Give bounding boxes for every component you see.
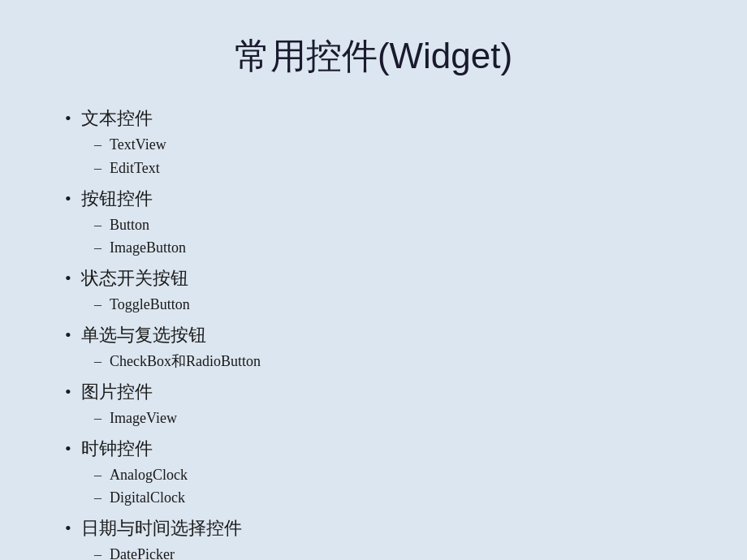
main-list-item: •文本控件–TextView–EditText	[65, 105, 698, 180]
bullet-dot: •	[65, 105, 71, 131]
bullet-label: 时钟控件	[81, 435, 153, 462]
sub-list-item: –DigitalClock	[94, 486, 698, 510]
sub-list-item: –TextView	[94, 133, 698, 157]
sub-label: DatePicker	[110, 543, 175, 560]
bullet-item: •按钮控件	[65, 185, 698, 212]
sub-list-item: –AnalogClock	[94, 463, 698, 487]
title-area: 常用控件(Widget)	[49, 32, 698, 80]
bullet-label: 状态开关按钮	[81, 265, 188, 291]
sub-list-item: –ToggleButton	[94, 293, 698, 317]
main-list-item: •日期与时间选择控件–DatePicker–TimePicker	[65, 515, 698, 560]
bullet-item: •单选与复选按钮	[65, 321, 698, 348]
sub-list: –Button–ImageButton	[94, 213, 698, 261]
sub-dash: –	[94, 350, 101, 373]
sub-label: Button	[110, 213, 149, 237]
sub-label: CheckBox和RadioButton	[110, 350, 261, 373]
sub-list: –TextView–EditText	[94, 133, 698, 180]
bullet-item: •日期与时间选择控件	[65, 515, 698, 541]
sub-label: TextView	[110, 133, 166, 157]
sub-list: –DatePicker–TimePicker	[94, 543, 698, 560]
bullet-label: 按钮控件	[81, 185, 153, 212]
main-list-item: •状态开关按钮–ToggleButton	[65, 265, 698, 317]
bullet-dot: •	[65, 185, 71, 212]
sub-dash: –	[94, 157, 101, 180]
sub-list: –ImageView	[94, 407, 698, 430]
bullet-dot: •	[65, 265, 71, 291]
sub-list: –AnalogClock–DigitalClock	[94, 463, 698, 510]
content-area: •文本控件–TextView–EditText•按钮控件–Button–Imag…	[49, 105, 698, 560]
bullet-dot: •	[65, 378, 71, 405]
main-list-item: •时钟控件–AnalogClock–DigitalClock	[65, 435, 698, 510]
sub-list: –ToggleButton	[94, 293, 698, 317]
sub-dash: –	[94, 463, 101, 487]
slide: 常用控件(Widget) •文本控件–TextView–EditText•按钮控…	[0, 0, 747, 560]
sub-list-item: –CheckBox和RadioButton	[94, 350, 698, 373]
sub-label: DigitalClock	[110, 486, 185, 510]
sub-dash: –	[94, 293, 101, 317]
bullet-dot: •	[65, 321, 71, 348]
bullet-dot: •	[65, 515, 71, 541]
sub-dash: –	[94, 236, 101, 260]
bullet-item: •时钟控件	[65, 435, 698, 462]
sub-label: ImageView	[110, 407, 177, 430]
sub-list-item: –Button	[94, 213, 698, 237]
main-list-item: •图片控件–ImageView	[65, 378, 698, 430]
bullet-label: 文本控件	[81, 105, 153, 131]
bullet-label: 日期与时间选择控件	[81, 515, 242, 541]
sub-list-item: –DatePicker	[94, 543, 698, 560]
main-list-item: •按钮控件–Button–ImageButton	[65, 185, 698, 261]
bullet-item: •图片控件	[65, 378, 698, 405]
bullet-item: •状态开关按钮	[65, 265, 698, 291]
sub-label: EditText	[110, 157, 160, 180]
sub-label: ImageButton	[110, 236, 186, 260]
main-list: •文本控件–TextView–EditText•按钮控件–Button–Imag…	[65, 105, 698, 560]
main-list-item: •单选与复选按钮–CheckBox和RadioButton	[65, 321, 698, 373]
sub-dash: –	[94, 407, 101, 430]
sub-dash: –	[94, 133, 101, 157]
sub-list-item: –ImageButton	[94, 236, 698, 260]
sub-dash: –	[94, 486, 101, 510]
sub-list-item: –ImageView	[94, 407, 698, 430]
bullet-label: 图片控件	[81, 378, 153, 405]
bullet-item: •文本控件	[65, 105, 698, 131]
sub-list: –CheckBox和RadioButton	[94, 350, 698, 373]
bullet-dot: •	[65, 435, 71, 462]
sub-list-item: –EditText	[94, 157, 698, 180]
sub-dash: –	[94, 213, 101, 237]
bullet-label: 单选与复选按钮	[81, 321, 206, 348]
sub-label: AnalogClock	[110, 463, 188, 487]
slide-title: 常用控件(Widget)	[49, 32, 698, 80]
sub-dash: –	[94, 543, 101, 560]
sub-label: ToggleButton	[110, 293, 190, 317]
